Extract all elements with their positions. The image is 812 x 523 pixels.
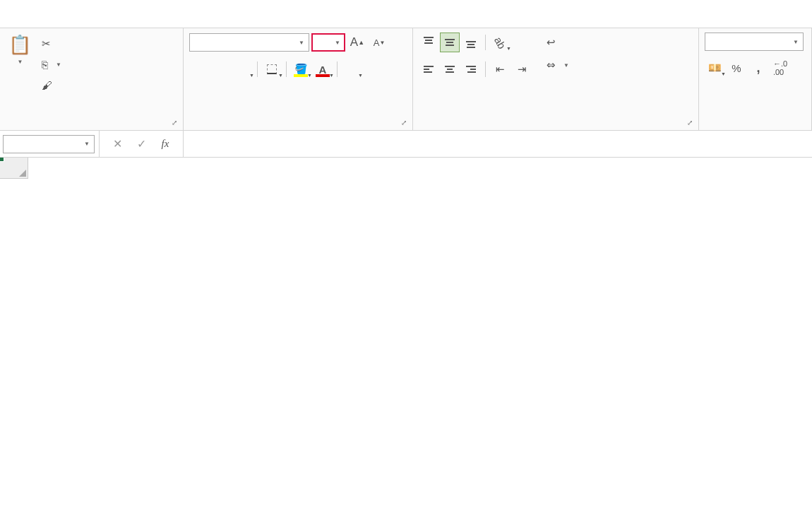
phonetic-button[interactable]: ▼ — [342, 59, 362, 79]
font-name-select[interactable]: ▼ — [189, 33, 309, 52]
merge-icon: ⇔ — [547, 59, 556, 71]
decrease-font-button[interactable]: A▼ — [369, 33, 389, 52]
ribbon-group-clipboard: 📋 ▼ ✂ ⎘ ▼ 🖌 — [0, 28, 184, 130]
paste-button[interactable]: 📋 ▼ — [6, 33, 34, 66]
align-right-button[interactable] — [461, 59, 481, 79]
clipboard-group-label: ⤢ — [6, 126, 177, 128]
orientation-icon: ab — [491, 35, 508, 51]
copy-button[interactable]: ⎘ ▼ — [38, 57, 65, 73]
outdent-icon: ⇤ — [496, 63, 505, 76]
align-middle-button[interactable] — [440, 33, 460, 52]
select-all-corner[interactable] — [0, 158, 28, 179]
chevron-down-icon: ▼ — [56, 61, 61, 68]
decrease-indent-button[interactable]: ⇤ — [490, 59, 510, 79]
cut-button[interactable]: ✂ — [38, 35, 65, 52]
fill-color-button[interactable]: 🪣 ▼ — [291, 59, 311, 79]
dialog-launcher-icon[interactable]: ⤢ — [172, 119, 177, 127]
dialog-launcher-icon[interactable]: ⤢ — [401, 119, 407, 127]
clipboard-icon: 📋 — [8, 34, 31, 56]
chevron-down-icon: ▼ — [335, 40, 340, 46]
font-color-button[interactable]: A ▼ — [313, 59, 333, 79]
percent-button[interactable]: % — [727, 58, 746, 78]
alignment-group-label: ⤢ — [419, 126, 693, 128]
border-icon — [267, 64, 277, 74]
format-painter-button[interactable]: 🖌 — [38, 77, 65, 93]
increase-indent-button[interactable]: ⇥ — [512, 59, 532, 79]
wrap-icon: ↩ — [547, 36, 556, 49]
currency-icon: 💴 — [708, 61, 722, 74]
chevron-down-icon: ▼ — [84, 141, 90, 147]
formula-bar: ▼ ✕ ✓ fx — [0, 131, 812, 158]
column-headers — [28, 158, 812, 179]
align-top-button[interactable] — [419, 33, 438, 52]
scissors-icon: ✂ — [42, 37, 51, 50]
ribbon-group-font: ▼ ▼ A▲ A▼ ▼ ▼ — [184, 28, 413, 130]
orientation-button[interactable]: ab▼ — [490, 33, 510, 52]
spreadsheet — [0, 158, 812, 523]
ribbon-group-number: ▼ 💴▼ % , ←.0.00 — [699, 28, 812, 130]
align-center-button[interactable] — [440, 59, 460, 79]
bold-button[interactable] — [189, 59, 209, 79]
menu-bar — [0, 0, 812, 28]
ribbon: 📋 ▼ ✂ ⎘ ▼ 🖌 — [0, 28, 812, 131]
comma-style-button[interactable]: , — [748, 58, 768, 78]
chevron-down-icon: ▼ — [18, 59, 23, 65]
accept-formula-button[interactable]: ✓ — [132, 135, 150, 153]
name-box[interactable]: ▼ — [3, 135, 95, 153]
wrap-text-button[interactable]: ↩ — [543, 34, 573, 51]
insert-function-button[interactable]: fx — [156, 135, 174, 153]
align-bottom-button[interactable] — [461, 33, 481, 52]
increase-decimal-button[interactable]: ←.0.00 — [770, 58, 790, 78]
formula-input[interactable] — [183, 131, 812, 157]
number-group-label — [705, 126, 806, 128]
currency-button[interactable]: 💴▼ — [705, 58, 724, 78]
italic-button[interactable] — [211, 59, 231, 79]
ribbon-group-alignment: ab▼ ⇤ ⇥ ↩ — [413, 28, 699, 130]
number-format-select[interactable]: ▼ — [705, 33, 804, 51]
underline-button[interactable]: ▼ — [233, 59, 253, 79]
increase-font-button[interactable]: A▲ — [347, 33, 367, 52]
border-button[interactable]: ▼ — [262, 59, 282, 79]
font-size-select[interactable]: ▼ — [311, 33, 345, 52]
chevron-down-icon: ▼ — [563, 62, 569, 69]
cancel-formula-button[interactable]: ✕ — [108, 135, 126, 153]
chevron-down-icon: ▼ — [299, 40, 304, 46]
merge-center-button[interactable]: ⇔ ▼ — [543, 57, 573, 74]
brush-icon: 🖌 — [42, 79, 52, 91]
indent-icon: ⇥ — [518, 63, 527, 76]
chevron-down-icon: ▼ — [793, 39, 799, 45]
align-left-button[interactable] — [419, 59, 438, 79]
font-group-label: ⤢ — [189, 126, 407, 128]
copy-icon: ⎘ — [42, 59, 48, 71]
dialog-launcher-icon[interactable]: ⤢ — [687, 119, 693, 127]
